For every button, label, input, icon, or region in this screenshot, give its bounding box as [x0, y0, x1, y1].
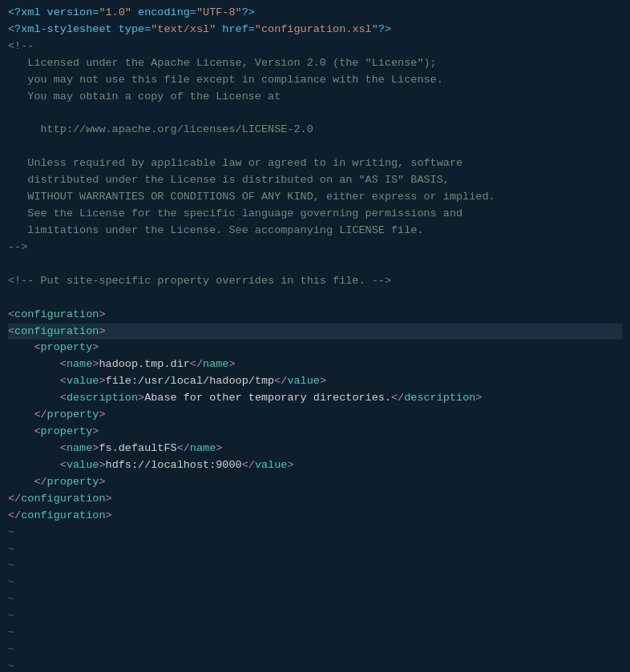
- line-comment-5: distributed under the License is distrib…: [8, 172, 622, 189]
- line-comment-8: limitations under the License. See accom…: [8, 223, 622, 239]
- line-comment-2: you may not use this file except in comp…: [8, 72, 622, 89]
- line-property-close-2: </property>: [8, 474, 622, 491]
- line-name-1: <name>hadoop.tmp.dir</name>: [8, 356, 622, 373]
- line-comment-end: -->: [8, 239, 622, 256]
- tilde-9: ~: [8, 658, 622, 672]
- tilde-2: ~: [8, 541, 622, 558]
- tilde-6: ~: [8, 608, 622, 625]
- tilde-1: ~: [8, 525, 622, 541]
- tilde-4: ~: [8, 574, 622, 591]
- line-comment-1: Licensed under the Apache License, Versi…: [8, 55, 622, 72]
- tilde-8: ~: [8, 642, 622, 658]
- line-comment-inline: <!-- Put site-specific property override…: [8, 273, 622, 290]
- line-value-1: <value>file:/usr/local/hadoop/tmp</value…: [8, 373, 622, 390]
- line-xml-decl: <?xml version="1.0" encoding="UTF-8"?>: [8, 5, 622, 22]
- line-comment-4: Unless required by applicable law or agr…: [8, 155, 622, 172]
- line-property-open-1: <property>: [8, 340, 622, 356]
- line-xml-stylesheet: <?xml-stylesheet type="text/xsl" href="c…: [8, 22, 622, 38]
- line-config-open-2: <configuration>: [8, 324, 622, 340]
- line-config-close-1: </configuration>: [8, 491, 622, 508]
- line-comment-url: http://www.apache.org/licenses/LICENSE-2…: [8, 122, 622, 139]
- line-blank-4: [8, 290, 622, 307]
- line-value-2: <value>hdfs://localhost:9000</value>: [8, 457, 622, 474]
- line-desc-1: <description>Abase for other temporary d…: [8, 390, 622, 407]
- line-comment-start: <!--: [8, 38, 622, 55]
- line-comment-6: WITHOUT WARRANTIES OR CONDITIONS OF ANY …: [8, 189, 622, 206]
- line-blank-1: [8, 106, 622, 123]
- line-config-open-1: <configuration>: [8, 307, 622, 324]
- line-property-open-2: <property>: [8, 424, 622, 441]
- tilde-3: ~: [8, 557, 622, 574]
- line-comment-7: See the License for the specific languag…: [8, 206, 622, 223]
- line-blank-2: [8, 139, 622, 155]
- line-comment-3: You may obtain a copy of the License at: [8, 89, 622, 106]
- line-blank-3: [8, 256, 622, 273]
- line-property-close-1: </property>: [8, 407, 622, 424]
- code-editor: <?xml version="1.0" encoding="UTF-8"?> <…: [0, 0, 630, 672]
- tilde-7: ~: [8, 625, 622, 642]
- tilde-5: ~: [8, 591, 622, 608]
- line-config-close-2: </configuration>: [8, 508, 622, 525]
- line-name-2: <name>fs.defaultFS</name>: [8, 441, 622, 457]
